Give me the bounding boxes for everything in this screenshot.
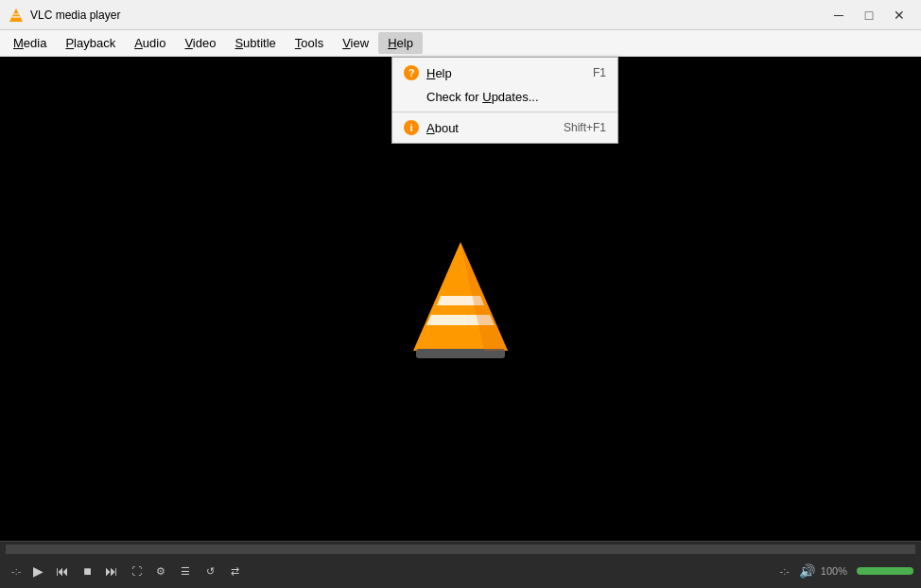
app-icon	[8, 7, 25, 24]
menu-separator	[392, 112, 617, 112]
menu-view[interactable]: View	[333, 32, 378, 54]
menu-video[interactable]: Video	[175, 32, 225, 54]
prev-button[interactable]: ⏮	[51, 560, 74, 582]
menu-help[interactable]: Help	[378, 32, 423, 54]
next-button[interactable]: ⏭	[100, 560, 123, 582]
minimize-button[interactable]: ─	[825, 5, 853, 26]
menu-subtitle-label: Subtitle	[235, 36, 275, 50]
close-button[interactable]: ✕	[885, 5, 913, 26]
time-left: -:-	[11, 565, 21, 577]
random-button[interactable]: ⇄	[223, 560, 246, 582]
vlc-logo	[408, 237, 513, 360]
menu-tools-label: Tools	[295, 36, 323, 50]
controls-area: -:- ▶ ⏮ ■ ⏭ ⛶ ⚙ ☰ ↺ ⇄ -:- 🔊 100%	[0, 541, 921, 588]
volume-label: 100%	[821, 565, 847, 577]
controls-row: -:- ▶ ⏮ ■ ⏭ ⛶ ⚙ ☰ ↺ ⇄ -:- 🔊 100%	[0, 554, 921, 588]
extended-button[interactable]: ⚙	[149, 560, 172, 582]
question-icon: ?	[404, 65, 419, 80]
window-controls: ─ □ ✕	[825, 5, 913, 26]
play-button[interactable]: ▶	[26, 560, 49, 582]
info-icon: i	[404, 120, 419, 135]
about-shortcut: Shift+F1	[564, 121, 606, 134]
menu-playback[interactable]: Playback	[56, 32, 125, 54]
progress-bar[interactable]	[6, 545, 915, 554]
window-title: VLC media player	[30, 9, 825, 22]
title-bar: VLC media player ─ □ ✕	[0, 0, 921, 30]
svg-rect-2	[14, 13, 19, 15]
help-item-help[interactable]: ? Help F1	[392, 61, 617, 85]
maximize-button[interactable]: □	[855, 5, 883, 26]
help-label: Help	[426, 66, 585, 80]
menu-playback-label: Playback	[65, 36, 115, 50]
volume-bar[interactable]	[857, 567, 913, 575]
menu-help-label: Help	[388, 36, 413, 50]
menu-subtitle[interactable]: Subtitle	[225, 32, 285, 54]
help-item-updates[interactable]: Check for Updates...	[392, 85, 617, 109]
menu-video-label: Video	[184, 36, 216, 50]
help-dropdown: ? Help F1 Check for Updates... i About S…	[391, 57, 618, 144]
help-item-about[interactable]: i About Shift+F1	[392, 115, 617, 140]
menu-bar: Media Playback Audio Video Subtitle Tool…	[0, 30, 921, 57]
volume-fill	[857, 567, 913, 575]
stop-button[interactable]: ■	[76, 560, 98, 582]
time-right: -:-	[779, 565, 789, 577]
fullscreen-button[interactable]: ⛶	[125, 560, 148, 582]
svg-rect-1	[12, 16, 20, 18]
menu-audio[interactable]: Audio	[125, 32, 175, 54]
menu-media-label: Media	[13, 36, 46, 50]
menu-view-label: View	[342, 36, 369, 50]
menu-audio-label: Audio	[134, 36, 165, 50]
menu-media[interactable]: Media	[4, 32, 56, 54]
menu-tools[interactable]: Tools	[286, 32, 333, 54]
about-label: About	[426, 121, 556, 135]
volume-icon: 🔊	[799, 563, 815, 579]
loop-button[interactable]: ↺	[199, 560, 221, 582]
playlist-button[interactable]: ☰	[174, 560, 197, 582]
updates-label: Check for Updates...	[426, 90, 599, 104]
help-shortcut: F1	[593, 66, 606, 79]
